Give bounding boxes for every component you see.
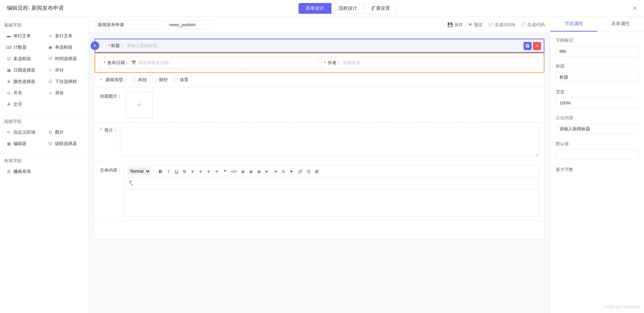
gen-json-icon: 📄 xyxy=(488,22,493,27)
form-name-input[interactable] xyxy=(94,20,161,29)
table-button[interactable]: ⊞ xyxy=(314,168,320,175)
tab-extend-settings[interactable]: 扩展设置 xyxy=(364,3,397,14)
editor-content-area[interactable] xyxy=(125,189,539,216)
image-upload-box[interactable]: + xyxy=(126,91,153,118)
title-field-row[interactable]: + * 标题： 请输入新闻标题 xyxy=(95,39,544,53)
tab-field-props[interactable]: 字段属性 xyxy=(550,17,597,32)
field-slider[interactable]: ≡ 滑块 xyxy=(46,89,85,97)
bold-button[interactable]: B xyxy=(157,168,164,175)
copy-button[interactable] xyxy=(524,42,532,50)
align-center-button[interactable]: ≡ xyxy=(197,168,204,175)
indent-increase-button[interactable]: ⇥ xyxy=(272,168,279,175)
code-button[interactable]: </> xyxy=(229,168,238,175)
radio-caijing-label: 财经 xyxy=(159,77,168,83)
field-counter[interactable]: 123 计数器 xyxy=(4,43,43,52)
align-left-button[interactable]: ≡ xyxy=(189,168,196,175)
field-multi-line-label: 多行文本 xyxy=(55,33,72,39)
date-picker-icon: ▦ xyxy=(6,68,11,73)
align-justify-button[interactable]: ≡ xyxy=(213,168,220,175)
save-action[interactable]: 💾 保存 xyxy=(447,22,463,28)
text-color-button[interactable]: A xyxy=(280,168,287,175)
ordered-list-button[interactable]: ≣ xyxy=(240,168,247,175)
field-grid-layout[interactable]: ⊞ 栅格布局 xyxy=(4,167,43,176)
radio-circle-keji xyxy=(131,78,136,82)
date-field-placeholder: 请选择发布日期 xyxy=(138,60,169,66)
link-button[interactable]: 🔗 xyxy=(296,168,304,175)
strikethrough-button[interactable]: S xyxy=(181,168,188,175)
task-list-button[interactable]: ≣ xyxy=(256,168,263,175)
radio-tiyu[interactable]: 体育 xyxy=(173,77,189,83)
field-radio-group[interactable]: ◉ 单选框组 xyxy=(46,43,85,52)
center-panel: 💾 保存 👁 预览 📄 生成JSON 📄 生成代码 xyxy=(89,17,550,313)
field-text-label: 文字 xyxy=(13,101,22,107)
field-title-input[interactable] xyxy=(556,72,639,82)
gen-json-label: 生成JSON xyxy=(495,22,515,28)
field-title-label: 标题 xyxy=(556,63,639,69)
field-counter-label: 计数器 xyxy=(13,44,26,50)
field-checkbox-group[interactable]: ☑ 多选框组 xyxy=(4,54,43,63)
right-content: 字段标识 标题 宽度 占位内容 默认值 xyxy=(550,32,644,313)
preview-label: 预览 xyxy=(474,22,483,28)
italic-button[interactable]: I xyxy=(165,168,172,175)
preview-action[interactable]: 👁 预览 xyxy=(468,22,483,28)
summary-textarea[interactable] xyxy=(120,127,539,157)
title-field-placeholder: 请输入新闻标题 xyxy=(127,43,527,49)
tab-form-design[interactable]: 表单设计 xyxy=(299,3,331,14)
align-right-button[interactable]: ≡ xyxy=(205,168,212,175)
tab-flow-design[interactable]: 流程设计 xyxy=(331,3,364,14)
field-switch[interactable]: ⊙ 开关 xyxy=(4,89,43,97)
field-cascade-picker[interactable]: ⊡ 级联选择器 xyxy=(46,139,85,148)
field-image[interactable]: ⊡ 图片 xyxy=(46,128,85,137)
field-color-picker[interactable]: ⊕ 颜色选择器 xyxy=(4,77,43,86)
field-editor[interactable]: ▦ 编辑器 xyxy=(4,139,43,148)
advanced-fields-title: 高级字段 xyxy=(4,119,85,125)
form-key-input[interactable] xyxy=(165,20,216,29)
image-button[interactable]: ⊡ xyxy=(306,168,312,175)
image-icon: ⊡ xyxy=(48,130,53,135)
date-author-group-row[interactable]: * 发布日期： 📅 请选择发布日期 * 作者： 新闻作者 xyxy=(95,53,544,73)
underline-button[interactable]: U xyxy=(173,168,180,175)
indent-decrease-button[interactable]: ⇤ xyxy=(264,168,271,175)
tab-form-props[interactable]: 表单属性 xyxy=(597,17,644,32)
radio-circle-tiyu xyxy=(173,78,178,82)
field-width-input[interactable] xyxy=(556,98,639,108)
gen-code-action[interactable]: 📄 生成代码 xyxy=(521,22,545,28)
field-dropdown[interactable]: ☑ 下拉选择框 xyxy=(46,77,85,86)
color-picker-icon: ⊕ xyxy=(6,79,11,84)
field-multi-line[interactable]: ≡ 多行文本 xyxy=(46,32,85,40)
gen-json-action[interactable]: 📄 生成JSON xyxy=(488,22,515,28)
field-date-picker[interactable]: ▦ 日期选择器 xyxy=(4,66,43,75)
summary-row: * 简介： xyxy=(95,123,544,161)
highlight-button[interactable]: ✦ xyxy=(288,168,295,175)
format-select[interactable]: Normal xyxy=(127,168,151,175)
close-icon[interactable]: ✕ xyxy=(632,5,637,12)
divider-1 xyxy=(4,114,85,115)
news-type-row: * 新闻类型： 科技 财经 体育 xyxy=(95,73,544,87)
radio-keji[interactable]: 科技 xyxy=(131,77,147,83)
field-default-input[interactable] xyxy=(556,149,639,160)
blockquote-button[interactable]: ❝ xyxy=(221,168,228,175)
editor-row: 主体内容： Normal ÷ B I U S ≡ ≡ xyxy=(95,161,544,221)
unordered-list-button[interactable]: ≣ xyxy=(248,168,255,175)
news-type-required-mark: * xyxy=(100,78,102,83)
clear-format-button[interactable]: Tx xyxy=(127,179,135,187)
radio-caijing[interactable]: 财经 xyxy=(152,77,168,83)
field-placeholder-input[interactable] xyxy=(556,124,639,134)
field-text[interactable]: A 文字 xyxy=(4,100,43,109)
field-date-picker-label: 日期选择器 xyxy=(13,67,35,73)
field-time-picker[interactable]: ⏱ 时间选择器 xyxy=(46,54,85,63)
field-custom-area[interactable]: ✏ 自定义区域 xyxy=(4,128,43,137)
add-field-button[interactable]: + xyxy=(91,41,99,50)
field-slider-label: 滑块 xyxy=(55,90,64,96)
single-line-icon: ▬ xyxy=(6,33,11,39)
upload-plus-icon: + xyxy=(137,99,142,110)
layout-fields-title: 布局字段 xyxy=(4,158,85,164)
editor-toolbar: Normal ÷ B I U S ≡ ≡ ≡ ≡ ❝ </> xyxy=(125,166,539,177)
field-id-input[interactable] xyxy=(556,46,639,56)
watermark: CSDN @小学生05101 xyxy=(604,305,641,310)
radio-circle-caijing xyxy=(152,78,157,82)
field-default-label: 默认值 xyxy=(556,141,639,147)
delete-button[interactable] xyxy=(533,42,541,50)
field-single-line[interactable]: ▬ 单行文本 xyxy=(4,32,43,40)
field-rating[interactable]: ☆ 评分 xyxy=(46,66,85,75)
